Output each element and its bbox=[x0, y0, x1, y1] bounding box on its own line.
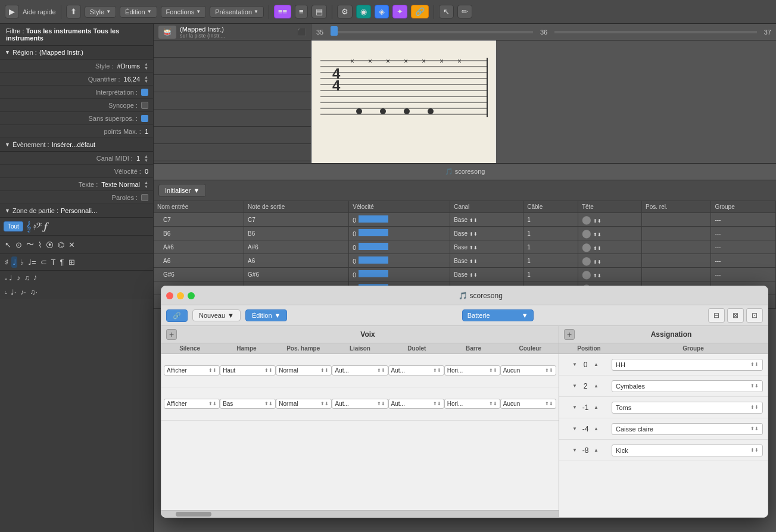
aide-rapide-button[interactable]: ▶ bbox=[5, 5, 19, 18]
liaison-select-1[interactable]: Aut... ⬆⬇ bbox=[332, 365, 388, 375]
fonctions-menu-button[interactable]: Fonctions ▼ bbox=[161, 6, 207, 18]
link-btn[interactable]: 🔗 bbox=[411, 5, 429, 18]
nouveau-button[interactable]: Nouveau ▼ bbox=[192, 309, 241, 321]
liaison-select-2[interactable]: Aut... ⬆⬇ bbox=[332, 399, 388, 409]
down-arrow[interactable]: ▼ bbox=[572, 405, 577, 411]
maximize-button[interactable] bbox=[188, 292, 195, 299]
groupe-select-kick[interactable]: Kick ⬆⬇ bbox=[612, 445, 763, 456]
tout-button[interactable]: Tout bbox=[4, 221, 23, 231]
tuplet-icon[interactable]: ⌇ bbox=[37, 239, 43, 251]
voix-add-button[interactable]: + bbox=[166, 329, 177, 340]
syncope-checkbox[interactable] bbox=[141, 102, 148, 109]
batterie-select[interactable]: Batterie ▼ bbox=[462, 309, 534, 321]
minimize-button[interactable] bbox=[177, 292, 184, 299]
groupe-select-toms[interactable]: Toms ⬆⬇ bbox=[612, 402, 763, 414]
interpretation-checkbox[interactable] bbox=[141, 89, 148, 96]
drum-row-d6[interactable] bbox=[154, 144, 311, 161]
note-icon-selected[interactable]: ♩ bbox=[11, 256, 17, 268]
bass-clef-icon[interactable]: 𝄢 bbox=[36, 221, 42, 232]
view-btn-2[interactable]: ⊠ bbox=[727, 308, 744, 323]
cross-icon[interactable]: ✕ bbox=[67, 239, 76, 251]
link-button[interactable]: 🔗 bbox=[166, 309, 188, 322]
groupe-select-caisse[interactable]: Caisse claire ⬆⬇ bbox=[612, 423, 763, 435]
drum-row-e6[interactable] bbox=[154, 127, 311, 144]
silence-select-2[interactable]: Afficher ⬆⬇ bbox=[164, 399, 220, 409]
dynamic-icon[interactable]: 𝆑 bbox=[44, 220, 48, 233]
cursor-btn[interactable]: ↖ bbox=[439, 5, 454, 18]
export-icon[interactable]: ⬛ bbox=[297, 28, 306, 36]
clef-icon[interactable]: 𝄞 bbox=[26, 221, 31, 232]
drum-row-f6[interactable] bbox=[154, 109, 311, 127]
initialiser-button[interactable]: Initialiser ▼ bbox=[158, 184, 206, 197]
mode-btn-3[interactable]: ▤ bbox=[311, 5, 327, 18]
playhead[interactable] bbox=[331, 26, 338, 36]
silence-select-1[interactable]: Afficher ⬆⬇ bbox=[164, 365, 220, 375]
table-row[interactable]: C7 C7 0 Base ⬆⬇ 1 ⬤ ⬆⬇ --- bbox=[154, 213, 776, 227]
sixteenth-note-icon[interactable]: 𝅘𝅥𝅯 bbox=[33, 274, 35, 283]
scrollbar-thumb[interactable] bbox=[176, 512, 211, 517]
drum-row-b6[interactable] bbox=[154, 58, 311, 75]
eighth-note-icon[interactable]: ♫ bbox=[23, 273, 31, 283]
up-arrow[interactable]: ▲ bbox=[594, 383, 599, 389]
tool-btn[interactable]: ✏ bbox=[457, 5, 472, 18]
cursor-icon[interactable]: ↖ bbox=[4, 239, 13, 251]
edition-button[interactable]: Édition ▼ bbox=[245, 309, 288, 321]
checkbox-paroles[interactable] bbox=[141, 194, 148, 201]
dotted-eighth-icon[interactable]: ♫· bbox=[29, 287, 38, 298]
group-icon[interactable]: ⌬ bbox=[57, 239, 66, 251]
flat-icon[interactable]: ♭ bbox=[19, 256, 25, 268]
edition-menu-button[interactable]: Édition ▼ bbox=[120, 6, 157, 18]
checkbox-syncope[interactable] bbox=[141, 102, 148, 109]
hampe-select-2[interactable]: Bas ⬆⬇ bbox=[220, 399, 276, 409]
drum-row-a6[interactable] bbox=[154, 75, 311, 92]
groupe-select-cymbales[interactable]: Cymbales ⬆⬇ bbox=[612, 380, 763, 392]
mode-btn-1[interactable]: ≡≡ bbox=[274, 5, 291, 18]
voix-scrollbar[interactable] bbox=[161, 510, 559, 517]
region-section-header[interactable]: ▼ Région : (Mapped Instr.) bbox=[0, 46, 153, 60]
sans-superpos-checkbox[interactable] bbox=[141, 115, 148, 122]
dotted-half-icon[interactable]: ♩· bbox=[10, 287, 17, 298]
up-arrow[interactable]: ▲ bbox=[594, 405, 599, 411]
color-btn-3[interactable]: ✦ bbox=[392, 5, 407, 18]
whole-note-icon[interactable]: 𝅝 bbox=[4, 273, 6, 283]
checkbox-sans-superpos[interactable] bbox=[141, 115, 148, 122]
up-arrow[interactable]: ▲ bbox=[594, 426, 599, 432]
quarter-note-icon[interactable]: ♪ bbox=[15, 273, 21, 283]
view-btn-3[interactable]: ⊡ bbox=[746, 308, 763, 323]
presentation-menu-button[interactable]: Présentation ▼ bbox=[210, 6, 264, 18]
grid-icon[interactable]: ⊞ bbox=[67, 256, 76, 268]
evenement-section-header[interactable]: ▼ Évènement : Insérer...défaut bbox=[0, 138, 153, 152]
up-arrow[interactable]: ▲ bbox=[594, 447, 599, 453]
dotted-whole-icon[interactable]: 𝅝· bbox=[4, 287, 8, 297]
duolet-select-2[interactable]: Aut... ⬆⬇ bbox=[388, 399, 444, 409]
tempo-icon[interactable]: ♩= bbox=[27, 256, 38, 268]
groupe-select-hh[interactable]: HH ⬆⬇ bbox=[612, 359, 763, 371]
duolet-select-1[interactable]: Aut... ⬆⬇ bbox=[388, 365, 444, 375]
beam-icon[interactable]: ⦿ bbox=[45, 239, 55, 251]
drum-row-c7[interactable] bbox=[154, 40, 311, 58]
hampe-select-1[interactable]: Haut ⬆⬇ bbox=[220, 365, 276, 375]
back-button[interactable]: ⬆ bbox=[66, 5, 81, 18]
assign-add-button[interactable]: + bbox=[564, 329, 575, 340]
checkbox-interpretation[interactable] bbox=[141, 89, 148, 96]
mode-btn-2[interactable]: ≡ bbox=[295, 5, 308, 18]
paroles-checkbox[interactable] bbox=[141, 194, 148, 201]
couleur-select-2[interactable]: Aucun ⬆⬇ bbox=[500, 399, 556, 409]
table-row[interactable]: B6 B6 0 Base ⬆⬇ 1 ⬤ ⬆⬇ --- bbox=[154, 227, 776, 240]
barre-select-1[interactable]: Hori... ⬆⬇ bbox=[444, 365, 500, 375]
drum-row-g6[interactable] bbox=[154, 92, 311, 109]
style-menu-button[interactable]: Style ▼ bbox=[85, 6, 116, 18]
dotted-quarter-icon[interactable]: ♪· bbox=[19, 287, 27, 298]
down-arrow[interactable]: ▼ bbox=[572, 447, 577, 453]
down-arrow[interactable]: ▼ bbox=[572, 362, 577, 368]
pos-select-2[interactable]: Normal ⬆⬇ bbox=[276, 399, 332, 409]
up-arrow[interactable]: ▲ bbox=[594, 362, 599, 368]
hairpin-icon[interactable]: ⊂ bbox=[39, 256, 48, 268]
color-btn-2[interactable]: ◈ bbox=[375, 5, 389, 18]
lasso-icon[interactable]: ⊙ bbox=[14, 239, 23, 251]
down-arrow[interactable]: ▼ bbox=[572, 426, 577, 432]
close-button[interactable] bbox=[166, 292, 173, 299]
pos-select-1[interactable]: Normal ⬆⬇ bbox=[276, 365, 332, 375]
down-arrow[interactable]: ▼ bbox=[572, 383, 577, 389]
color-btn-1[interactable]: ◉ bbox=[356, 5, 371, 18]
